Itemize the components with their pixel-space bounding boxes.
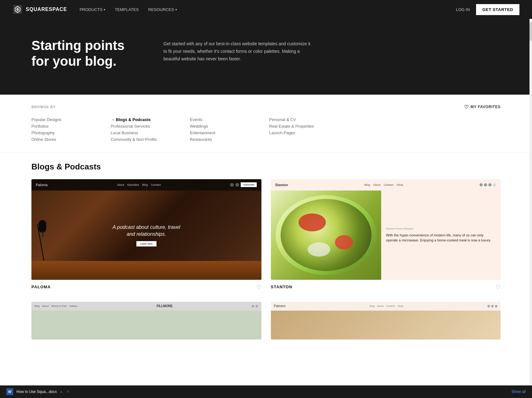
paloma-brand-label: Paloma <box>36 183 47 187</box>
palmera-brand-label: Palmero <box>274 304 286 308</box>
paloma-name-row: PALOMA ♡ <box>31 280 261 292</box>
stanton-cart-icon: 🛒 <box>493 183 496 186</box>
stanton-icon-2 <box>484 183 487 186</box>
palmera-nav-shop: Shop <box>398 305 403 307</box>
palmera-nav-blog: Blog <box>370 305 375 307</box>
logo-text: SQUARESPACE <box>26 7 67 12</box>
category-community-nonprofits[interactable]: Community & Non-Profits <box>111 136 184 143</box>
stanton-tomato-2 <box>335 235 353 250</box>
category-portfolios[interactable]: Portfolios <box>31 123 104 130</box>
paloma-text-overlay: A podcast about culture, traveland relat… <box>112 224 180 246</box>
fillmore-brand-label: FILLMORE <box>156 304 173 308</box>
resources-chevron-icon: ▾ <box>175 8 177 11</box>
palmera-thumbnail[interactable]: Palmero Blog About Content Shop <box>271 302 501 340</box>
palmera-nav-content: Content <box>386 305 395 307</box>
fillmore-thumbnail[interactable]: Blog About Where to Fish Gallery FILLMOR… <box>31 302 261 340</box>
logo[interactable]: SQUARESPACE <box>13 4 67 14</box>
navbar-right: LOG IN GET STARTED <box>456 4 519 15</box>
hero-section: Starting points for your blog. Get start… <box>0 19 532 95</box>
paloma-tagline: A podcast about culture, traveland relat… <box>112 224 180 238</box>
palmera-nav-about: About <box>377 305 384 307</box>
category-real-estate[interactable]: Real Estate & Properties <box>269 123 342 130</box>
category-col-1: Popular Designs Portfolios Photography O… <box>31 116 104 143</box>
stanton-favorite-button[interactable]: ♡ <box>496 284 501 290</box>
browse-section: BROWSE BY ♡ MY FAVORITES Popular Designs… <box>0 95 532 152</box>
paloma-listen-btn: Listen Now <box>136 241 156 246</box>
category-weddings[interactable]: Weddings <box>190 123 263 130</box>
paloma-template-name: PALOMA <box>31 285 51 289</box>
stanton-subtitle: Stanton Food & Recipes <box>386 227 496 230</box>
palmera-body <box>271 311 501 340</box>
paloma-nav-bar: Paloma About Episodes Blog Contact Subsc… <box>31 179 261 191</box>
category-col-3: Events Weddings Entertainment Restaurant… <box>190 116 263 143</box>
heart-icon: ♡ <box>464 104 469 110</box>
category-restaurants[interactable]: Restaurants <box>190 136 263 143</box>
category-local-business[interactable]: Local Business <box>111 130 184 136</box>
stanton-nav-right: 🛒 <box>480 183 496 186</box>
squarespace-logo-icon <box>13 4 23 14</box>
nav-templates[interactable]: TEMPLATES <box>115 7 139 12</box>
fillmore-nav-fish: Where to Fish <box>51 305 67 307</box>
bottom-thumbnails: Blog About Where to Fish Gallery FILLMOR… <box>31 302 501 340</box>
category-launch-pages[interactable]: Launch Pages <box>269 130 342 136</box>
category-entertainment[interactable]: Entertainment <box>190 130 263 136</box>
category-blogs-podcasts[interactable]: Blogs & Podcasts <box>111 116 184 123</box>
stanton-nav-items: Blog About Contact Shop <box>364 183 403 186</box>
category-personal-cv[interactable]: Personal & CV <box>269 116 342 123</box>
stanton-nav-about: About <box>373 183 381 186</box>
stanton-icon-3 <box>488 183 491 186</box>
stanton-name-row: STANTON ♡ <box>271 280 501 292</box>
nav-products[interactable]: PRODUCTS ▾ <box>80 7 105 12</box>
get-started-button[interactable]: GET STARTED <box>476 4 519 15</box>
paloma-nav-items: About Episodes Blog Contact <box>117 183 161 186</box>
scrollbar-thumb[interactable] <box>529 22 532 41</box>
category-col-4: Personal & CV Real Estate & Properties L… <box>269 116 342 143</box>
paloma-table <box>31 261 261 280</box>
fillmore-dots <box>252 305 258 307</box>
category-events[interactable]: Events <box>190 116 263 123</box>
stanton-text-area: Stanton Food & Recipes With the hyper-co… <box>381 191 501 280</box>
palmera-icon-3 <box>495 305 497 307</box>
stanton-icon-1 <box>480 183 483 186</box>
my-favorites-button[interactable]: ♡ MY FAVORITES <box>464 104 501 110</box>
stanton-template-name: STANTON <box>271 285 293 289</box>
login-button[interactable]: LOG IN <box>456 7 470 12</box>
products-chevron-icon: ▾ <box>104 8 105 11</box>
palmera-icon-2 <box>491 305 494 307</box>
fillmore-dot-1 <box>252 305 254 307</box>
fillmore-nav-blog: Blog <box>35 305 40 307</box>
category-photography[interactable]: Photography <box>31 130 104 136</box>
template-grid: Paloma About Episodes Blog Contact Subsc… <box>31 179 501 292</box>
fillmore-nav: Blog About Where to Fish Gallery FILLMOR… <box>31 302 261 311</box>
category-professional-services[interactable]: Professional Services <box>111 123 184 130</box>
paloma-nav-contact: Contact <box>151 183 161 186</box>
fillmore-dot-2 <box>255 305 258 307</box>
stanton-food-image <box>271 191 381 280</box>
category-popular-designs[interactable]: Popular Designs <box>31 116 104 123</box>
paloma-social-icon-1 <box>230 183 234 187</box>
paloma-nav-blog: Blog <box>142 183 148 186</box>
stanton-template-card[interactable]: Stanton Blog About Contact Shop 🛒 <box>271 179 501 292</box>
stanton-bowl <box>276 195 376 275</box>
stanton-article: With the hyper-convenience of modern lif… <box>386 233 496 243</box>
stanton-salad <box>281 199 371 271</box>
stanton-tomato-1 <box>299 213 326 231</box>
paloma-social-icon-2 <box>235 183 239 187</box>
paloma-favorite-button[interactable]: ♡ <box>256 284 261 290</box>
nav-resources[interactable]: RESOURCES ▾ <box>148 7 177 12</box>
hero-description: Get started with any of our best-in-clas… <box>163 38 314 63</box>
palmera-nav-icons <box>487 305 497 307</box>
stanton-nav-contact: Contact <box>384 183 393 186</box>
fillmore-body <box>31 311 261 340</box>
stanton-nav-blog: Blog <box>364 183 370 186</box>
fillmore-nav-gallery: Gallery <box>69 305 77 307</box>
main-content: Blogs & Podcasts Paloma About Episodes B… <box>0 152 532 349</box>
mic-arm <box>42 231 43 237</box>
scrollbar-track[interactable] <box>529 19 532 349</box>
hero-title: Starting points for your blog. <box>31 38 138 69</box>
paloma-template-card[interactable]: Paloma About Episodes Blog Contact Subsc… <box>31 179 261 292</box>
browse-categories: Popular Designs Portfolios Photography O… <box>31 116 501 149</box>
stanton-brand-label: Stanton <box>275 183 288 187</box>
category-online-stores[interactable]: Online Stores <box>31 136 104 143</box>
stanton-nav-bar: Stanton Blog About Contact Shop 🛒 <box>271 179 501 191</box>
